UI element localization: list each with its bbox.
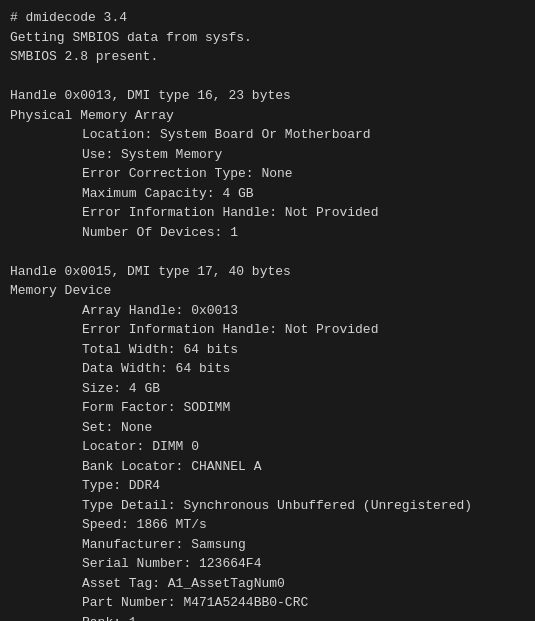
terminal-line: SMBIOS 2.8 present. xyxy=(10,47,525,67)
terminal-line-indented: Error Information Handle: Not Provided xyxy=(10,203,525,223)
terminal-line-indented: Part Number: M471A5244BB0-CRC xyxy=(10,593,525,613)
terminal-line-indented: Number Of Devices: 1 xyxy=(10,223,525,243)
terminal-line-indented: Bank Locator: CHANNEL A xyxy=(10,457,525,477)
terminal-line: # dmidecode 3.4 xyxy=(10,8,525,28)
terminal-line-indented: Locator: DIMM 0 xyxy=(10,437,525,457)
empty-line xyxy=(10,242,525,262)
terminal-line-indented: Type Detail: Synchronous Unbuffered (Unr… xyxy=(10,496,525,516)
terminal-line-indented: Form Factor: SODIMM xyxy=(10,398,525,418)
terminal-line-indented: Use: System Memory xyxy=(10,145,525,165)
terminal-line-indented: Type: DDR4 xyxy=(10,476,525,496)
terminal-line-indented: Speed: 1866 MT/s xyxy=(10,515,525,535)
terminal-line-indented: Data Width: 64 bits xyxy=(10,359,525,379)
terminal-line-indented: Rank: 1 xyxy=(10,613,525,622)
terminal-line-indented: Total Width: 64 bits xyxy=(10,340,525,360)
empty-line xyxy=(10,67,525,87)
terminal-line-indented: Error Information Handle: Not Provided xyxy=(10,320,525,340)
terminal-line: Getting SMBIOS data from sysfs. xyxy=(10,28,525,48)
terminal-line: Physical Memory Array xyxy=(10,106,525,126)
terminal-line-indented: Manufacturer: Samsung xyxy=(10,535,525,555)
terminal-line: Memory Device xyxy=(10,281,525,301)
terminal-line: Handle 0x0013, DMI type 16, 23 bytes xyxy=(10,86,525,106)
terminal-line-indented: Array Handle: 0x0013 xyxy=(10,301,525,321)
terminal-line-indented: Serial Number: 123664F4 xyxy=(10,554,525,574)
terminal-line-indented: Set: None xyxy=(10,418,525,438)
terminal-line: Handle 0x0015, DMI type 17, 40 bytes xyxy=(10,262,525,282)
terminal-line-indented: Asset Tag: A1_AssetTagNum0 xyxy=(10,574,525,594)
terminal-line-indented: Location: System Board Or Motherboard xyxy=(10,125,525,145)
terminal-line-indented: Maximum Capacity: 4 GB xyxy=(10,184,525,204)
terminal-line-indented: Size: 4 GB xyxy=(10,379,525,399)
terminal-line-indented: Error Correction Type: None xyxy=(10,164,525,184)
terminal-output: # dmidecode 3.4Getting SMBIOS data from … xyxy=(10,8,525,621)
